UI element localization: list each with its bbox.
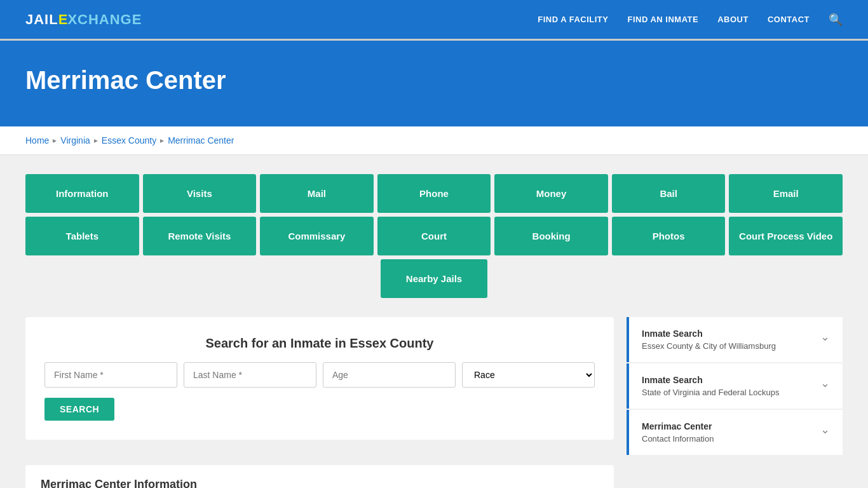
race-select[interactable]: Race White Black Hispanic Asian Other	[462, 362, 595, 388]
search-form: Race White Black Hispanic Asian Other	[44, 362, 595, 388]
btn-court-process-video[interactable]: Court Process Video	[729, 217, 843, 255]
age-input[interactable]	[323, 362, 456, 388]
btn-nearby-jails[interactable]: Nearby Jails	[381, 259, 487, 298]
sidebar-card-subtitle-0: Essex County & City of Williamsburg	[642, 341, 776, 351]
last-name-input[interactable]	[184, 362, 316, 388]
btn-visits[interactable]: Visits	[143, 174, 257, 213]
logo-jail-text: JAIL	[25, 11, 58, 28]
search-section: Search for an Inmate in Essex County Rac…	[25, 317, 614, 440]
nav-find-facility[interactable]: FIND A FACILITY	[538, 15, 608, 24]
breadcrumb-essex-county[interactable]: Essex County	[102, 135, 156, 146]
logo-x-text: E	[58, 11, 68, 28]
nav-contact[interactable]: CONTACT	[768, 15, 810, 24]
chevron-down-icon-2: ⌄	[820, 423, 830, 437]
button-grid-row2: Tablets Remote Visits Commissary Court B…	[25, 217, 843, 255]
btn-phone[interactable]: Phone	[377, 174, 491, 213]
hero-section: Merrimac Center	[0, 41, 868, 126]
sidebar-card-inmate-search-essex[interactable]: Inmate Search Essex County & City of Wil…	[627, 317, 843, 362]
sidebar-card-inmate-search-virginia[interactable]: Inmate Search State of Virginia and Fede…	[627, 363, 843, 409]
chevron-down-icon-0: ⌄	[820, 330, 830, 344]
main-nav: FIND A FACILITY FIND AN INMATE ABOUT CON…	[538, 13, 843, 27]
page-title: Merrimac Center	[25, 66, 843, 95]
chevron-down-icon-1: ⌄	[820, 376, 830, 390]
breadcrumb-sep-3: ▸	[160, 136, 164, 145]
site-logo[interactable]: JAILEXCHANGE	[25, 11, 142, 28]
btn-mail[interactable]: Mail	[260, 174, 374, 213]
btn-photos[interactable]: Photos	[612, 217, 726, 255]
info-title: Merrimac Center Information	[41, 478, 599, 488]
first-name-input[interactable]	[44, 362, 177, 388]
breadcrumb-bar: Home ▸ Virginia ▸ Essex County ▸ Merrima…	[0, 126, 868, 155]
sidebar-card-title-2: Merrimac Center	[642, 421, 714, 431]
button-grid-row1: Information Visits Mail Phone Money Bail…	[25, 174, 843, 213]
sidebar-card-subtitle-1: State of Virginia and Federal Lockups	[642, 388, 780, 397]
site-header: JAILEXCHANGE FIND A FACILITY FIND AN INM…	[0, 0, 868, 41]
sidebar-card-subtitle-2: Contact Information	[642, 434, 714, 444]
sidebar: Inmate Search Essex County & City of Wil…	[627, 317, 843, 456]
breadcrumb-sep-2: ▸	[94, 136, 98, 145]
btn-information[interactable]: Information	[25, 174, 139, 213]
sidebar-card-merrimac-contact[interactable]: Merrimac Center Contact Information ⌄	[627, 410, 843, 455]
info-section: Merrimac Center Information	[25, 465, 614, 488]
main-content: Information Visits Mail Phone Money Bail…	[0, 155, 868, 488]
nav-find-inmate[interactable]: FIND AN INMATE	[627, 15, 698, 24]
btn-court[interactable]: Court	[377, 217, 491, 255]
button-grid-row3: Nearby Jails	[25, 259, 843, 298]
btn-tablets[interactable]: Tablets	[25, 217, 139, 255]
sidebar-card-title-1: Inmate Search	[642, 375, 780, 385]
content-row: Search for an Inmate in Essex County Rac…	[25, 317, 843, 488]
btn-booking[interactable]: Booking	[494, 217, 608, 255]
breadcrumb-current: Merrimac Center	[168, 135, 234, 146]
btn-commissary[interactable]: Commissary	[260, 217, 374, 255]
breadcrumb-home[interactable]: Home	[25, 135, 49, 146]
sidebar-card-title-0: Inmate Search	[642, 329, 776, 339]
search-icon[interactable]: 🔍	[829, 13, 843, 27]
nav-about[interactable]: ABOUT	[717, 15, 749, 24]
btn-bail[interactable]: Bail	[612, 174, 726, 213]
btn-money[interactable]: Money	[494, 174, 608, 213]
logo-exchange-text: XCHANGE	[67, 11, 142, 28]
search-button[interactable]: SEARCH	[44, 398, 114, 421]
search-title: Search for an Inmate in Essex County	[44, 336, 595, 351]
breadcrumb-sep-1: ▸	[53, 136, 57, 145]
breadcrumb-virginia[interactable]: Virginia	[60, 135, 90, 146]
breadcrumb: Home ▸ Virginia ▸ Essex County ▸ Merrima…	[25, 135, 843, 146]
btn-remote-visits[interactable]: Remote Visits	[143, 217, 257, 255]
btn-email[interactable]: Email	[729, 174, 843, 213]
